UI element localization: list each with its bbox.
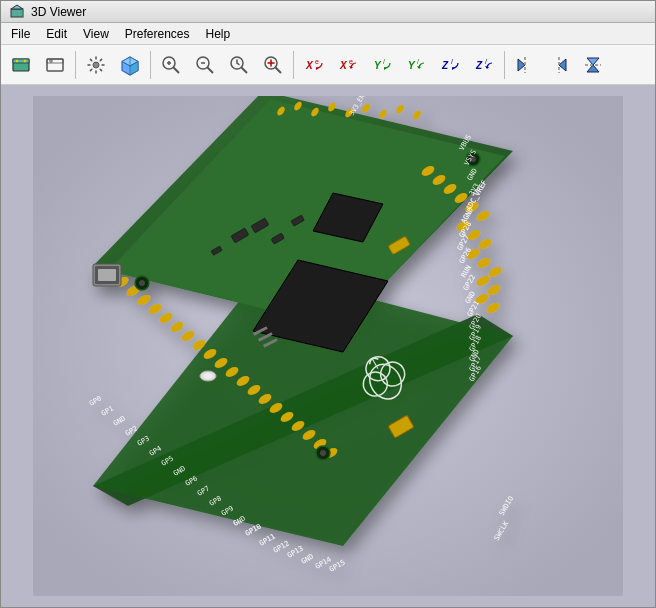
svg-point-5 — [16, 59, 18, 61]
app-window: 3D Viewer File Edit View Preferences Hel… — [0, 0, 656, 608]
svg-rect-105 — [98, 269, 116, 281]
btn-pcb-normal[interactable] — [5, 49, 37, 81]
svg-marker-1 — [11, 5, 23, 9]
menu-view[interactable]: View — [75, 23, 117, 45]
svg-marker-51 — [587, 58, 599, 65]
svg-marker-48 — [559, 59, 566, 71]
btn-zoom-in[interactable] — [155, 49, 187, 81]
svg-point-124 — [203, 373, 213, 379]
btn-rot-y-cw[interactable]: Y / — [400, 49, 432, 81]
svg-line-27 — [276, 67, 282, 73]
menu-preferences[interactable]: Preferences — [117, 23, 198, 45]
pcb-container: GP0 GP1 GND GP2 GP3 GP4 GP5 GND GP6 GP7 … — [1, 85, 655, 607]
svg-point-9 — [50, 59, 52, 61]
btn-zoom-out[interactable] — [189, 49, 221, 81]
btn-pcb-outline[interactable] — [39, 49, 71, 81]
menu-file[interactable]: File — [3, 23, 38, 45]
svg-point-107 — [139, 280, 145, 286]
app-icon — [9, 4, 25, 20]
svg-rect-4 — [13, 59, 29, 63]
svg-rect-0 — [11, 9, 23, 17]
btn-rot-x-cw[interactable]: X e — [332, 49, 364, 81]
svg-text:/: / — [451, 58, 453, 65]
sep-4 — [504, 51, 505, 79]
btn-flip-right[interactable] — [543, 49, 575, 81]
svg-text:/: / — [383, 58, 385, 65]
menu-bar: File Edit View Preferences Help — [1, 23, 655, 45]
sep-3 — [293, 51, 294, 79]
svg-text:Z: Z — [475, 60, 483, 71]
menu-help[interactable]: Help — [198, 23, 239, 45]
sep-2 — [150, 51, 151, 79]
btn-settings[interactable] — [80, 49, 112, 81]
btn-rot-x-ccw[interactable]: X e — [298, 49, 330, 81]
svg-line-20 — [174, 67, 180, 73]
viewport[interactable]: GP0 GP1 GND GP2 GP3 GP4 GP5 GND GP6 GP7 … — [1, 85, 655, 607]
btn-rot-z-ccw[interactable]: Z / — [434, 49, 466, 81]
svg-text:X: X — [305, 60, 314, 71]
svg-text:Y: Y — [408, 60, 416, 71]
svg-text:Y: Y — [374, 60, 382, 71]
btn-3d-cube[interactable] — [114, 49, 146, 81]
btn-flip-up[interactable] — [577, 49, 609, 81]
title-bar: 3D Viewer — [1, 1, 655, 23]
pcb-render: GP0 GP1 GND GP2 GP3 GP4 GP5 GND GP6 GP7 … — [33, 96, 623, 596]
svg-text:Z: Z — [441, 60, 449, 71]
btn-flip-left[interactable] — [509, 49, 541, 81]
toolbar: X e X e Y / Y / — [1, 45, 655, 85]
svg-text:/: / — [485, 58, 487, 65]
svg-text:e: e — [315, 58, 319, 65]
svg-line-25 — [242, 67, 248, 73]
menu-edit[interactable]: Edit — [38, 23, 75, 45]
btn-rot-y-ccw[interactable]: Y / — [366, 49, 398, 81]
svg-point-109 — [320, 450, 326, 456]
svg-marker-50 — [587, 65, 599, 72]
btn-zoom-fit[interactable] — [257, 49, 289, 81]
svg-text:/: / — [417, 58, 419, 65]
btn-zoom-reset[interactable] — [223, 49, 255, 81]
svg-point-10 — [93, 62, 99, 68]
svg-line-23 — [208, 67, 214, 73]
sep-1 — [75, 51, 76, 79]
window-title: 3D Viewer — [31, 5, 86, 19]
svg-marker-46 — [518, 59, 525, 71]
svg-point-6 — [24, 59, 26, 61]
btn-rot-z-cw[interactable]: Z / — [468, 49, 500, 81]
svg-text:X: X — [339, 60, 348, 71]
